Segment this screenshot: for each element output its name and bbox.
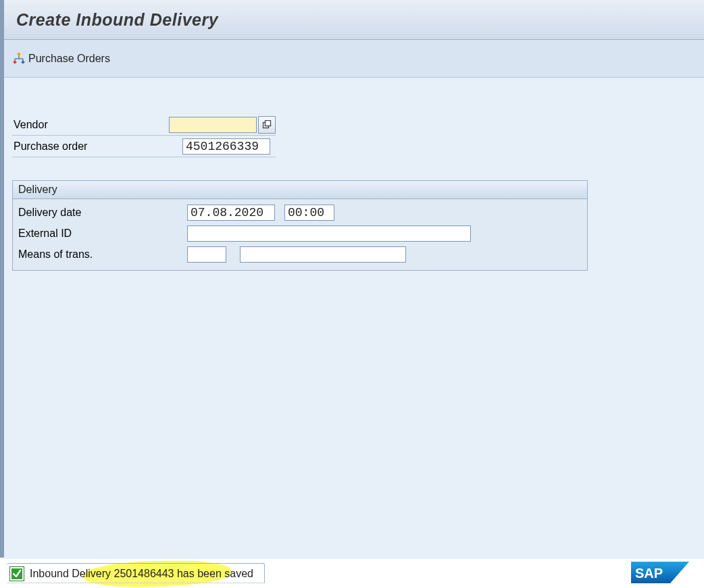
status-message-wrap: Inbound Delivery 2501486443 has been sav…: [7, 563, 265, 583]
toolbar: Purchase Orders: [4, 40, 704, 78]
delivery-time-input[interactable]: [284, 205, 334, 221]
success-icon: [9, 566, 24, 581]
vendor-input[interactable]: [169, 117, 257, 133]
purchase-orders-label: Purchase Orders: [28, 53, 110, 65]
svg-rect-8: [266, 120, 271, 126]
purchase-orders-button[interactable]: Purchase Orders: [8, 51, 114, 66]
status-bar: Inbound Delivery 2501486443 has been sav…: [4, 558, 704, 588]
external-id-input[interactable]: [187, 225, 471, 242]
sap-logo: SAP: [631, 559, 692, 588]
title-bar: Create Inbound Delivery: [4, 0, 704, 40]
row-means-of-transport: Means of trans.: [17, 244, 583, 265]
content-area: Vendor Purchase order: [4, 78, 704, 559]
means-of-transport-code-input[interactable]: [187, 246, 226, 263]
svg-text:SAP: SAP: [635, 566, 663, 581]
means-of-transport-label: Means of trans.: [17, 248, 187, 261]
hierarchy-icon: [12, 53, 26, 65]
status-message-text: Inbound Delivery 2501486443 has been sav…: [30, 568, 253, 580]
purchase-order-input[interactable]: [182, 138, 270, 155]
delivery-date-input[interactable]: [187, 205, 275, 221]
app-frame: Create Inbound Delivery Purchase Orders: [0, 0, 704, 558]
svg-rect-5: [13, 60, 17, 64]
vendor-label: Vendor: [12, 119, 169, 131]
header-form: Vendor Purchase order: [12, 114, 696, 157]
vendor-search-help-button[interactable]: [258, 116, 276, 134]
means-of-transport-text-input[interactable]: [240, 246, 406, 263]
delivery-date-label: Delivery date: [17, 207, 187, 219]
external-id-label: External ID: [17, 228, 187, 240]
page-title: Create Inbound Delivery: [16, 10, 218, 30]
purchase-order-label: Purchase order: [12, 140, 182, 153]
delivery-group-body: Delivery date External ID Means of trans…: [13, 199, 587, 270]
delivery-group: Delivery Delivery date External ID: [12, 180, 588, 271]
row-purchase-order: Purchase order: [12, 136, 276, 157]
row-external-id: External ID: [17, 223, 583, 244]
overlap-squares-icon: [262, 120, 272, 130]
svg-rect-6: [21, 60, 25, 64]
delivery-group-title: Delivery: [13, 181, 587, 199]
row-delivery-date: Delivery date: [17, 202, 583, 223]
row-vendor: Vendor: [12, 114, 276, 136]
